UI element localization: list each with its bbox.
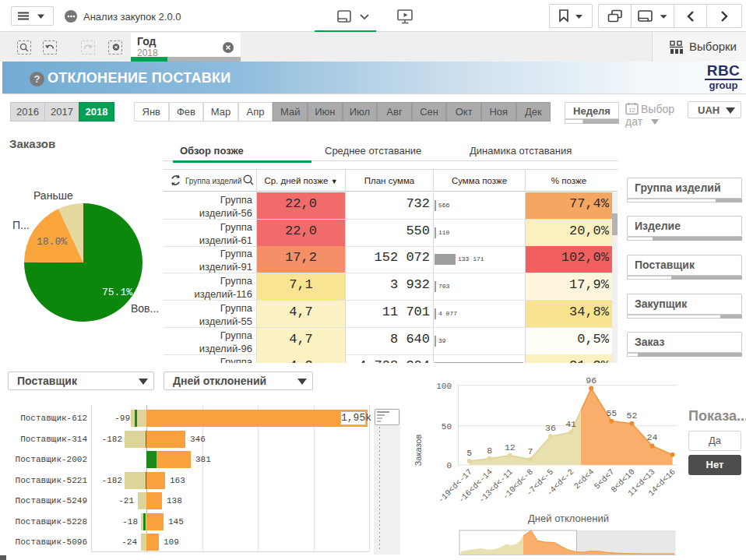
svg-text:7: 7 (527, 446, 533, 456)
svg-text:24: 24 (647, 432, 658, 442)
svg-text:Заказов: Заказов (413, 435, 423, 467)
svg-text:52: 52 (626, 410, 637, 421)
svg-text:41: 41 (565, 419, 576, 429)
svg-text:100: 100 (436, 382, 452, 391)
svg-text:12: 12 (505, 442, 516, 453)
svg-text:50: 50 (442, 422, 452, 431)
svg-text:2<d<4: 2<d<4 (572, 467, 596, 491)
svg-text:5: 5 (466, 448, 472, 458)
svg-text:8: 8 (487, 446, 492, 456)
svg-text:0: 0 (446, 461, 452, 470)
svg-text:Дней отклонений: Дней отклонений (528, 512, 609, 524)
svg-text:36: 36 (545, 423, 556, 433)
svg-text:96: 96 (586, 375, 596, 386)
svg-text:55: 55 (606, 408, 617, 418)
